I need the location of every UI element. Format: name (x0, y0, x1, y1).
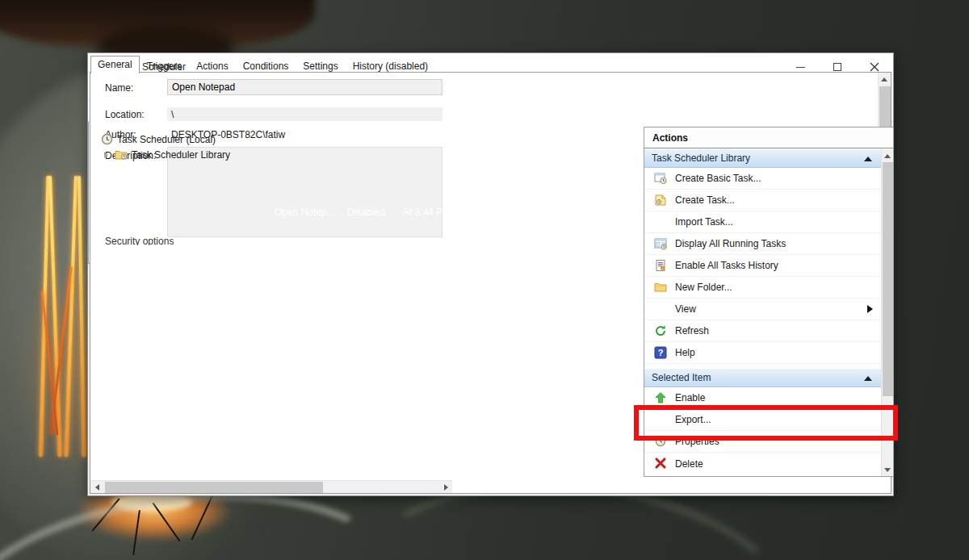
tree-root-label: Task Scheduler (Local) (117, 134, 216, 145)
location-label: Location: (105, 109, 145, 120)
action-label: Display All Running Tasks (675, 238, 786, 249)
scroll-up-icon (881, 77, 887, 81)
action-view[interactable]: View (644, 299, 881, 320)
security-options-clipped-text: Security options (105, 236, 174, 245)
chevron-right-icon[interactable] (104, 152, 108, 158)
scroll-right-button[interactable] (439, 481, 452, 494)
action-label: Delete (675, 458, 703, 470)
help-icon: ? (654, 346, 667, 359)
tree-child-label: Task Scheduler Library (132, 149, 230, 161)
action-delete[interactable]: Delete (644, 453, 881, 474)
wallpaper-wire (191, 493, 215, 541)
scroll-down-button[interactable] (881, 463, 893, 476)
scroll-left-icon (95, 484, 99, 491)
wallpaper-wire (132, 510, 141, 555)
description-field[interactable] (167, 147, 443, 237)
location-value: \ (171, 109, 174, 120)
scroll-down-icon (884, 468, 891, 472)
action-label: View (675, 303, 696, 315)
scroll-up-button[interactable] (881, 149, 893, 162)
action-label: New Folder... (675, 282, 732, 293)
action-help[interactable]: ? Help (644, 342, 881, 364)
action-new-folder[interactable]: New Folder... (644, 277, 881, 299)
tab-triggers[interactable]: Triggers (140, 57, 190, 73)
action-import-task[interactable]: Import Task... (644, 211, 881, 233)
maximize-icon (833, 63, 841, 71)
tab-history[interactable]: History (disabled) (346, 57, 435, 73)
location-field (167, 107, 443, 121)
actions-pane-title: Actions (644, 127, 893, 148)
action-create-basic-task[interactable]: Create Basic Task... (644, 168, 881, 190)
task-name: Open Notep... (275, 207, 346, 218)
tab-conditions[interactable]: Conditions (236, 57, 296, 73)
vscroll-thumb[interactable] (883, 162, 893, 396)
action-label: Create Basic Task... (675, 173, 761, 184)
submenu-arrow-icon (867, 305, 873, 313)
action-label: Refresh (675, 325, 709, 336)
section-header-label: Selected Item (652, 372, 711, 383)
folder-icon (654, 281, 667, 294)
delete-x-icon (654, 457, 667, 470)
tab-settings[interactable]: Settings (296, 57, 345, 73)
action-label: Import Task... (675, 216, 733, 228)
task-name-field[interactable]: Open Notepad (167, 79, 443, 95)
action-label: Create Task... (675, 194, 735, 206)
action-refresh[interactable]: Refresh (644, 320, 881, 342)
refresh-icon (654, 324, 667, 337)
action-enable-all-tasks-history[interactable]: Enable All Tasks History (644, 255, 881, 277)
collapse-arrow-icon[interactable] (864, 376, 872, 381)
create-basic-task-icon (654, 172, 667, 185)
collapse-arrow-icon[interactable] (864, 157, 872, 161)
tree-item-task-scheduler-library[interactable]: Task Scheduler Library (95, 147, 247, 162)
section-header-label: Task Scheduler Library (652, 153, 750, 164)
task-status: Disabled (347, 207, 401, 218)
action-display-all-running-tasks[interactable]: Display All Running Tasks (644, 233, 881, 255)
close-icon (870, 62, 879, 72)
name-label: Name: (105, 82, 133, 94)
export-highlight-annotation (634, 405, 898, 441)
wallpaper-filament-strand (65, 176, 78, 457)
details-hscrollbar[interactable] (90, 480, 452, 493)
scroll-up-button[interactable] (878, 73, 891, 86)
tab-general[interactable]: General (90, 56, 140, 73)
action-create-task[interactable]: Create Task... (644, 190, 881, 211)
scroll-left-button[interactable] (90, 481, 103, 494)
hscroll-thumb[interactable] (105, 482, 323, 493)
running-tasks-icon (654, 237, 667, 250)
wallpaper-wire (153, 503, 181, 542)
enable-arrow-icon (654, 391, 667, 404)
desktop: Task Scheduler File Action View Help (0, 0, 969, 560)
task-triggers: At 8:44 PM on 2/3/2020 (403, 207, 619, 218)
tab-actions[interactable]: Actions (189, 57, 235, 73)
clock-icon (101, 133, 113, 145)
library-folder-icon (115, 149, 128, 161)
minimize-icon (796, 67, 805, 68)
section-header-task-scheduler-library[interactable]: Task Scheduler Library (644, 149, 881, 168)
action-label: Enable All Tasks History (675, 260, 778, 271)
action-label: Help (675, 347, 695, 358)
details-tabs: General Triggers Actions Conditions Sett… (90, 56, 435, 73)
history-doc-icon (654, 259, 667, 272)
svg-text:?: ? (658, 348, 664, 357)
scroll-right-icon (444, 484, 448, 491)
scroll-up-icon (884, 154, 891, 158)
create-task-icon (654, 194, 667, 207)
action-label: Enable (675, 392, 705, 403)
wallpaper-bulb-cap (0, 0, 315, 52)
wallpaper-wire (92, 498, 120, 531)
section-header-selected-item[interactable]: Selected Item (644, 369, 881, 387)
wallpaper-filament-strand (78, 176, 86, 457)
